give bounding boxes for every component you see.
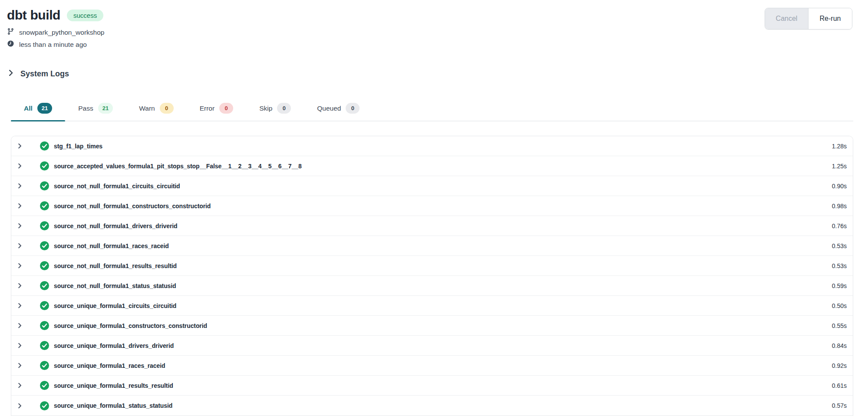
result-name: source_unique_formula1_races_raceid — [54, 362, 165, 369]
result-row[interactable]: source_not_null_formula1_drivers_driveri… — [11, 216, 853, 236]
expand-row-button[interactable] — [14, 340, 25, 351]
chevron-right-icon — [17, 282, 23, 289]
pass-check-icon — [40, 301, 49, 310]
pass-check-icon — [40, 341, 49, 350]
result-row[interactable]: source_not_null_formula1_status_statusid… — [11, 276, 853, 296]
expand-row-button[interactable] — [14, 200, 25, 212]
run-header-info: dbt build success snowpark_python_worksh… — [7, 8, 104, 49]
tab-error[interactable]: Error 0 — [187, 98, 246, 121]
result-row[interactable]: source_unique_formula1_circuits_circuiti… — [11, 296, 853, 316]
result-name: source_unique_formula1_constructors_cons… — [54, 322, 207, 329]
chevron-right-icon — [17, 362, 23, 369]
result-row[interactable]: source_not_null_formula1_races_raceid 0.… — [11, 236, 853, 256]
result-name: source_not_null_formula1_results_resulti… — [54, 262, 177, 269]
tab-count-badge: 0 — [160, 103, 174, 114]
pass-check-icon — [40, 281, 49, 290]
expand-row-button[interactable] — [14, 360, 25, 371]
result-row[interactable]: source_unique_formula1_results_resultid … — [11, 376, 853, 396]
pass-check-icon — [40, 181, 49, 190]
expand-row-button[interactable] — [14, 320, 25, 331]
chevron-right-icon — [17, 302, 23, 309]
result-duration: 0.90s — [832, 183, 847, 190]
result-duration: 0.53s — [832, 242, 847, 249]
result-duration: 0.59s — [832, 282, 847, 289]
result-name: source_not_null_formula1_status_statusid — [54, 282, 176, 289]
rerun-button[interactable]: Re-run — [809, 8, 852, 29]
tab-all[interactable]: All 21 — [11, 98, 65, 121]
result-duration: 0.76s — [832, 223, 847, 229]
result-duration: 0.92s — [832, 362, 847, 369]
expand-row-button[interactable] — [14, 220, 25, 232]
status-badge: success — [67, 10, 103, 21]
expand-row-button[interactable] — [14, 280, 25, 292]
result-row[interactable]: source_not_null_formula1_results_resulti… — [11, 256, 853, 276]
tab-queued[interactable]: Queued 0 — [304, 98, 373, 121]
page-title: dbt build — [7, 8, 60, 23]
chevron-right-icon — [17, 223, 23, 229]
result-name: source_unique_formula1_circuits_circuiti… — [54, 302, 176, 309]
pass-check-icon — [40, 361, 49, 370]
tab-count-badge: 21 — [98, 103, 113, 114]
time-row: less than a minute ago — [7, 40, 104, 49]
results-list: stg_f1_lap_times 1.28s source_accepted_v… — [11, 136, 853, 416]
pass-check-icon — [40, 401, 49, 410]
expand-row-button[interactable] — [14, 300, 25, 311]
result-name: source_not_null_formula1_circuits_circui… — [54, 183, 180, 190]
pass-check-icon — [40, 241, 49, 250]
result-row[interactable]: source_not_null_formula1_circuits_circui… — [11, 176, 853, 196]
pass-check-icon — [40, 221, 49, 230]
pass-check-icon — [40, 261, 49, 270]
result-row[interactable]: source_unique_formula1_status_statusid 0… — [11, 396, 853, 416]
tab-count-badge: 0 — [219, 103, 233, 114]
expand-row-button[interactable] — [14, 400, 25, 411]
result-duration: 0.57s — [832, 402, 847, 409]
expand-row-button[interactable] — [14, 161, 25, 172]
system-logs-toggle[interactable]: System Logs — [7, 69, 69, 79]
tab-count-badge: 0 — [277, 103, 291, 114]
chevron-right-icon — [7, 69, 15, 79]
expand-row-button[interactable] — [14, 240, 25, 252]
expand-row-button[interactable] — [14, 180, 25, 192]
pass-check-icon — [40, 381, 49, 390]
result-name: stg_f1_lap_times — [54, 143, 102, 150]
tab-skip[interactable]: Skip 0 — [246, 98, 304, 121]
tab-warn[interactable]: Warn 0 — [126, 98, 186, 121]
result-duration: 0.98s — [832, 203, 847, 210]
result-name: source_not_null_formula1_races_raceid — [54, 242, 169, 249]
chevron-right-icon — [17, 183, 23, 189]
result-row[interactable]: source_unique_formula1_drivers_driverid … — [11, 336, 853, 356]
result-row[interactable]: stg_f1_lap_times 1.28s — [11, 136, 853, 156]
chevron-right-icon — [17, 403, 23, 409]
result-name: source_unique_formula1_drivers_driverid — [54, 342, 174, 349]
result-duration: 0.50s — [832, 302, 847, 309]
result-row[interactable]: source_unique_formula1_constructors_cons… — [11, 316, 853, 336]
chevron-right-icon — [17, 342, 23, 349]
pass-check-icon — [40, 161, 49, 170]
result-duration: 0.84s — [832, 342, 847, 349]
result-duration: 1.28s — [832, 143, 847, 150]
result-name: source_not_null_formula1_constructors_co… — [54, 203, 211, 210]
cancel-button[interactable]: Cancel — [765, 8, 809, 29]
result-row[interactable]: source_accepted_values_formula1_pit_stop… — [11, 156, 853, 176]
result-name: source_unique_formula1_results_resultid — [54, 382, 173, 389]
chevron-right-icon — [17, 242, 23, 249]
expand-row-button[interactable] — [14, 260, 25, 272]
chevron-right-icon — [17, 382, 23, 389]
expand-row-button[interactable] — [14, 380, 25, 391]
tab-count-badge: 21 — [37, 103, 52, 114]
chevron-right-icon — [17, 262, 23, 269]
chevron-right-icon — [17, 163, 23, 169]
run-actions: Cancel Re-run — [765, 8, 852, 29]
pass-check-icon — [40, 201, 49, 210]
branch-row: snowpark_python_workshop — [7, 28, 104, 37]
result-name: source_accepted_values_formula1_pit_stop… — [54, 163, 302, 170]
result-duration: 1.25s — [832, 163, 847, 170]
tab-pass[interactable]: Pass 21 — [65, 98, 126, 121]
pass-check-icon — [40, 141, 49, 151]
result-name: source_unique_formula1_status_statusid — [54, 402, 172, 409]
result-row[interactable]: source_unique_formula1_races_raceid 0.92… — [11, 356, 853, 376]
result-duration: 0.61s — [832, 382, 847, 389]
result-name: source_not_null_formula1_drivers_driveri… — [54, 223, 178, 229]
expand-row-button[interactable] — [14, 141, 25, 152]
result-row[interactable]: source_not_null_formula1_constructors_co… — [11, 196, 853, 216]
